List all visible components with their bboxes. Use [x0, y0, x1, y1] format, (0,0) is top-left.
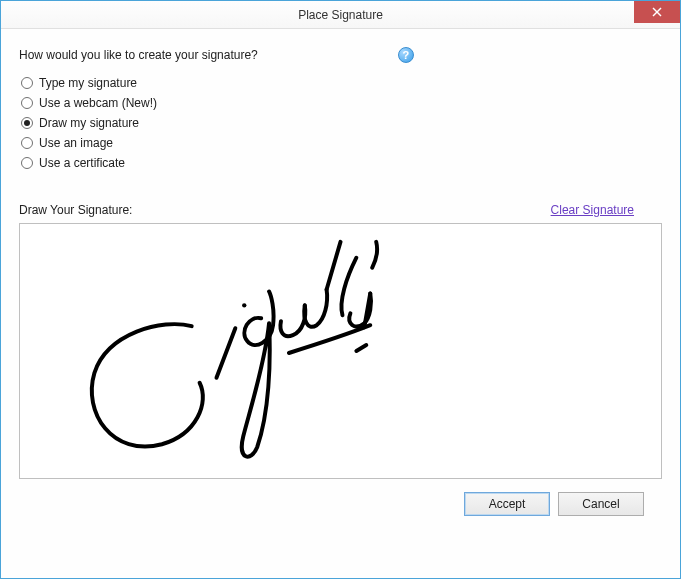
- signature-drawing: [20, 224, 661, 478]
- radio-label: Type my signature: [39, 76, 137, 90]
- close-button[interactable]: [634, 1, 680, 23]
- radio-icon: [21, 117, 33, 129]
- radio-icon: [21, 97, 33, 109]
- radio-label: Use a webcam (New!): [39, 96, 157, 110]
- accept-button[interactable]: Accept: [464, 492, 550, 516]
- radio-icon: [21, 157, 33, 169]
- radio-use-certificate[interactable]: Use a certificate: [19, 153, 662, 173]
- titlebar: Place Signature: [1, 1, 680, 29]
- radio-use-webcam[interactable]: Use a webcam (New!): [19, 93, 662, 113]
- cancel-button[interactable]: Cancel: [558, 492, 644, 516]
- svg-point-2: [242, 303, 246, 307]
- prompt-row: How would you like to create your signat…: [19, 47, 662, 63]
- draw-header: Draw Your Signature: Clear Signature: [19, 203, 662, 217]
- radio-icon: [21, 137, 33, 149]
- draw-your-signature-label: Draw Your Signature:: [19, 203, 132, 217]
- close-icon: [652, 7, 662, 17]
- prompt-text: How would you like to create your signat…: [19, 48, 258, 62]
- dialog-footer: Accept Cancel: [19, 479, 662, 529]
- dialog-window: Place Signature How would you like to cr…: [0, 0, 681, 579]
- help-icon[interactable]: ?: [398, 47, 414, 63]
- radio-icon: [21, 77, 33, 89]
- signature-canvas[interactable]: [19, 223, 662, 479]
- radio-label: Draw my signature: [39, 116, 139, 130]
- dialog-content: How would you like to create your signat…: [1, 29, 680, 578]
- radio-label: Use a certificate: [39, 156, 125, 170]
- radio-use-image[interactable]: Use an image: [19, 133, 662, 153]
- radio-draw-signature[interactable]: Draw my signature: [19, 113, 662, 133]
- window-title: Place Signature: [298, 8, 383, 22]
- radio-label: Use an image: [39, 136, 113, 150]
- radio-type-signature[interactable]: Type my signature: [19, 73, 662, 93]
- clear-signature-link[interactable]: Clear Signature: [551, 203, 634, 217]
